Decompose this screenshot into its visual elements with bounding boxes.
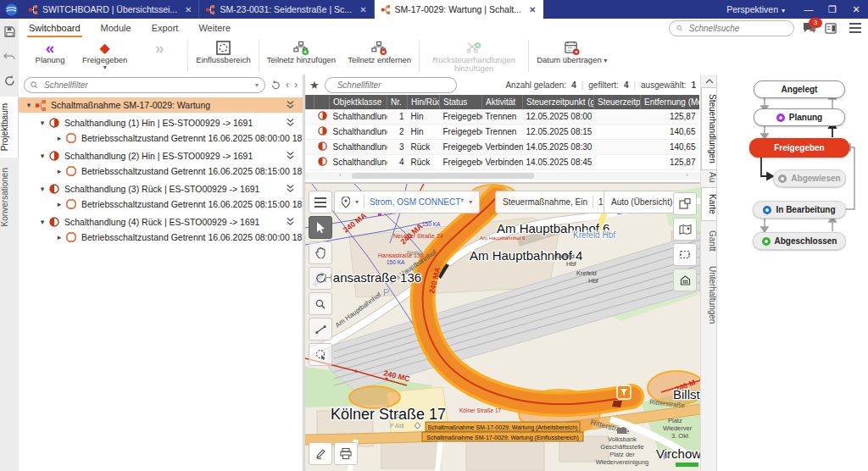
expand-all-icon[interactable] (286, 100, 296, 111)
close-button[interactable]: ✕ (844, 0, 868, 19)
sidebar-tab-projektbaum[interactable]: Projektbaum (0, 97, 19, 158)
close-tab-icon[interactable]: ✕ (185, 5, 192, 14)
table-row[interactable]: Schalthandlung4 RückFreigegeben Verbinde… (306, 155, 699, 170)
expander-icon[interactable]: ▸ (54, 167, 64, 175)
map-pan-tool[interactable] (309, 241, 332, 264)
teilnetz-hinzufuegen-button[interactable]: Teilnetz hinzufügen (261, 37, 342, 75)
global-search-input[interactable] (687, 23, 787, 34)
chevron-up-icon[interactable] (701, 75, 717, 87)
einflussbereich-button[interactable]: Einflussbereich (190, 37, 256, 75)
global-search[interactable] (669, 20, 794, 36)
contacts-icon[interactable] (825, 23, 837, 34)
tab-karte[interactable]: Karte (701, 187, 717, 221)
table-filter[interactable] (325, 77, 457, 93)
workflow-state-abgewiesen[interactable]: Abgewiesen (773, 169, 846, 187)
horizontal-scrollbar[interactable]: ‹ › (305, 172, 700, 180)
tree-item-schalthandlung-2[interactable]: ▾ Schalthandlung (2) Hin | ES-STO00929 -… (19, 148, 303, 163)
map-select-tool[interactable] (309, 216, 332, 239)
scrollbar-thumb[interactable] (352, 173, 534, 179)
workflow-state-freigegeben-current[interactable]: Freigegeben (749, 138, 849, 158)
tab-sm-17-0029-active[interactable]: SM-17-0029: Wartung | Schalt... ✕ (375, 0, 544, 19)
map-select-region-button[interactable] (673, 243, 697, 266)
expander-icon[interactable]: ▸ (54, 200, 64, 208)
expander-icon[interactable]: ▸ (54, 134, 64, 142)
workflow-state-angelegt[interactable]: Angelegt (754, 80, 845, 98)
map-edit-button[interactable] (309, 442, 332, 465)
tree-item-betriebsschaltzustand-2[interactable]: ▸ Betriebsschaltzustand Getrennt 16.06.2… (19, 163, 303, 179)
close-tab-icon[interactable]: ✕ (359, 5, 366, 14)
map-legend-button[interactable] (673, 218, 697, 241)
tab-switchboard-overview[interactable]: SWITCHBOARD | Übersichtssei... ✕ (22, 0, 199, 19)
tab-steuerhandlungen[interactable]: Steuerhandlungen (701, 87, 717, 170)
reset-icon[interactable] (270, 80, 281, 90)
teilnetz-entfernen-button[interactable]: Teilnetz entfernen (342, 37, 417, 75)
workflow-state-abgeschlossen[interactable]: Abgeschlossen (753, 232, 846, 250)
map-rotate-tool[interactable] (309, 267, 332, 290)
chat-button[interactable]: 3 (803, 22, 816, 35)
table-row[interactable]: Schalthandlung3 RückFreigegeben Verbinde… (306, 140, 699, 155)
expander-icon[interactable]: ▾ (24, 101, 34, 109)
col-nr[interactable]: Nr. (387, 95, 408, 109)
map-stations-button[interactable] (673, 269, 697, 291)
map-measure-tool[interactable] (309, 318, 332, 341)
save-icon[interactable] (0, 22, 19, 41)
navigate-back-icon[interactable]: ‹ (286, 79, 289, 91)
map-print-button[interactable] (334, 442, 358, 465)
col-steuerzeitpunkt-geplant[interactable]: Steuerzeitpunkt (geplant) (523, 95, 594, 109)
tree-filter-input[interactable] (42, 80, 251, 91)
expand-all-icon[interactable] (286, 151, 296, 162)
favorite-filter-icon[interactable]: ★ (309, 79, 320, 91)
tree-item-schalthandlung-1[interactable]: ▾ Schalthandlung (1) Hin | ES-STO00929 -… (19, 115, 303, 130)
map-canvas[interactable]: 240 MA 240 MA 240 MA 240 MC 240 M 10 MC … (305, 184, 700, 471)
table-row[interactable]: Schalthandlung2 HinFreigegeben Trennen12… (306, 125, 699, 140)
tree-item-schaltmassnahme[interactable]: ▾ Schaltmaßnahme SM-17-0029: Wartung (19, 97, 303, 113)
planung-button[interactable]: « Planung (24, 37, 76, 75)
maximize-button[interactable]: ❐ (821, 0, 844, 19)
col-entfernung[interactable]: Entfernung (Meter) (641, 95, 699, 109)
navigate-forward-icon[interactable]: › (294, 79, 298, 91)
close-tab-icon[interactable]: ✕ (529, 5, 536, 14)
expand-all-icon[interactable] (286, 217, 296, 228)
freigegeben-button[interactable]: ◆ Freigegeben (76, 37, 133, 75)
col-hin-rueck[interactable]: Hin/Rück (408, 95, 440, 109)
sidebar-tab-konversationen[interactable]: Konversationen (0, 161, 19, 234)
map-menu-button[interactable] (309, 191, 332, 213)
tree-item-schalthandlung-4[interactable]: ▾ Schalthandlung (4) Rück | ES-STO00929 … (19, 214, 303, 230)
layer-source-label[interactable]: Strom, OSM CONNECT* (370, 197, 464, 207)
expander-icon[interactable]: ▸ (54, 233, 64, 241)
table-row[interactable]: Schalthandlung1 HinFreigegeben Trennen12… (306, 109, 699, 125)
expand-all-icon[interactable] (286, 118, 296, 129)
map-view-select[interactable]: Auto (Übersicht) (604, 191, 680, 213)
tree-filter[interactable] (24, 77, 265, 93)
menu-weitere[interactable]: Weitere (188, 19, 241, 37)
tree-item-betriebsschaltzustand-4[interactable]: ▸ Betriebsschaltzustand Getrennt 16.06.2… (19, 230, 303, 245)
menu-module[interactable]: Module (91, 19, 142, 37)
scroll-right-icon[interactable]: › (686, 171, 688, 179)
refresh-icon[interactable] (0, 71, 19, 90)
expander-icon[interactable]: ▾ (37, 119, 47, 127)
menu-export[interactable]: Export (142, 19, 189, 37)
minimize-button[interactable]: — (797, 0, 821, 19)
tree-item-betriebsschaltzustand-3[interactable]: ▸ Betriebsschaltzustand Getrennt 16.06.2… (19, 197, 303, 212)
scroll-left-icon[interactable]: ‹ (339, 171, 342, 179)
map-panel[interactable]: 240 MA 240 MA 240 MA 240 MC 240 M 10 MC … (305, 182, 700, 471)
col-status[interactable]: Status (440, 95, 482, 109)
hamburger-menu-icon[interactable] (849, 27, 861, 29)
tab-unterhaltungen[interactable]: Unterhaltungen (701, 260, 717, 330)
table-filter-input[interactable] (336, 80, 453, 91)
menu-switchboard[interactable]: Switchboard (19, 19, 91, 37)
map-zoom-tool[interactable] (309, 292, 332, 315)
expander-icon[interactable]: ▾ (37, 218, 47, 226)
expander-icon[interactable]: ▾ (37, 152, 47, 160)
tab-gantt[interactable]: Gantt (701, 224, 717, 257)
tree-item-betriebsschaltzustand-1[interactable]: ▸ Betriebsschaltzustand Getrennt 16.06.2… (19, 130, 303, 146)
map-layer-bar[interactable]: Strom, OSM CONNECT* (334, 191, 480, 213)
expand-all-icon[interactable] (286, 184, 296, 195)
expander-icon[interactable]: ▾ (37, 185, 47, 193)
datum-uebertragen-button[interactable]: Datum übertragen (531, 37, 613, 75)
perspektiven-menu[interactable]: Perspektiven (726, 4, 785, 14)
col-steuerzeitpunkt[interactable]: Steuerzeitpunkt (594, 95, 641, 109)
map-overview-button[interactable] (673, 192, 697, 215)
col-objektklasse[interactable]: Objektklasse (330, 95, 387, 109)
workflow-state-planung[interactable]: Planung (754, 108, 845, 126)
